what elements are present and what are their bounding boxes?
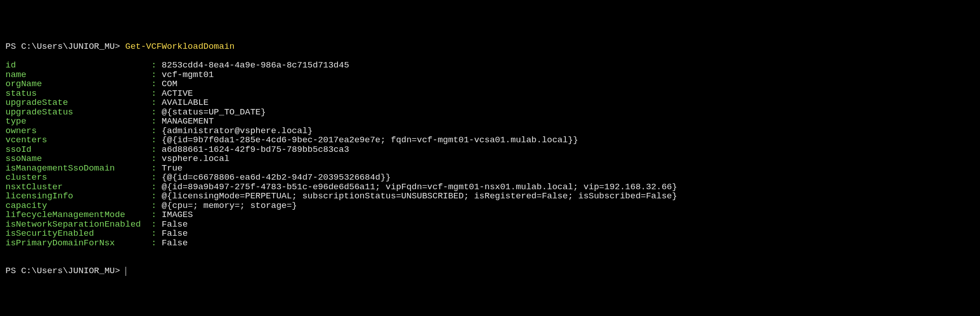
property-separator: : xyxy=(146,219,162,229)
property-separator: : xyxy=(146,79,162,89)
property-key: isPrimaryDomainForNsx xyxy=(5,238,146,248)
output-row: isPrimaryDomainForNsx : False xyxy=(5,238,975,248)
property-value: False xyxy=(162,228,188,238)
command-output: id : 8253cdd4-8ea4-4a9e-986a-8c715d713d4… xyxy=(5,61,975,248)
property-key: orgName xyxy=(5,79,146,89)
property-value: @{cpu=; memory=; storage=} xyxy=(162,201,297,211)
property-separator: : xyxy=(146,182,162,192)
property-separator: : xyxy=(146,172,162,182)
output-row: upgradeStatus : @{status=UP_TO_DATE} xyxy=(5,108,975,117)
property-value: AVAILABLE xyxy=(162,98,209,108)
property-value: False xyxy=(162,219,188,229)
output-row: id : 8253cdd4-8ea4-4a9e-986a-8c715d713d4… xyxy=(5,61,975,70)
property-key: id xyxy=(5,60,146,70)
property-separator: : xyxy=(146,135,162,145)
property-key: upgradeState xyxy=(5,98,146,108)
output-row: upgradeState : AVAILABLE xyxy=(5,98,975,108)
ps-prompt-2: PS C:\Users\JUNIOR_MU> xyxy=(5,266,125,276)
output-row: capacity : @{cpu=; memory=; storage=} xyxy=(5,201,975,211)
property-separator: : xyxy=(146,107,162,117)
property-key: upgradeStatus xyxy=(5,107,146,117)
output-row: owners : {administrator@vsphere.local} xyxy=(5,126,975,136)
property-key: ssoId xyxy=(5,145,146,155)
property-separator: : xyxy=(146,98,162,108)
property-value: vcf-mgmt01 xyxy=(162,70,214,80)
property-separator: : xyxy=(146,70,162,80)
output-row: ssoName : vsphere.local xyxy=(5,154,975,164)
output-row: clusters : {@{id=c6678806-ea6d-42b2-94d7… xyxy=(5,173,975,182)
property-separator: : xyxy=(146,154,162,164)
output-row: orgName : COM xyxy=(5,79,975,89)
property-key: vcenters xyxy=(5,135,146,145)
property-separator: : xyxy=(146,238,162,248)
property-value: ACTIVE xyxy=(162,88,193,98)
cursor xyxy=(126,267,126,276)
blank-line xyxy=(5,257,11,267)
property-separator: : xyxy=(146,191,162,201)
property-separator: : xyxy=(146,60,162,70)
property-key: isNetworkSeparationEnabled xyxy=(5,219,146,229)
property-separator: : xyxy=(146,116,162,126)
property-value: 8253cdd4-8ea4-4a9e-986a-8c715d713d45 xyxy=(162,60,349,70)
property-value: False xyxy=(162,238,188,248)
property-separator: : xyxy=(146,201,162,211)
property-value: IMAGES xyxy=(162,210,193,220)
output-row: status : ACTIVE xyxy=(5,89,975,98)
output-row: isSecurityEnabled : False xyxy=(5,229,975,238)
property-key: status xyxy=(5,88,146,98)
output-row: vcenters : {@{id=9b7f0da1-285e-4cd6-9bec… xyxy=(5,135,975,145)
property-key: clusters xyxy=(5,172,146,182)
property-separator: : xyxy=(146,126,162,136)
property-value: MANAGEMENT xyxy=(162,116,214,126)
output-row: name : vcf-mgmt01 xyxy=(5,70,975,80)
output-row: ssoId : a6d88661-1624-42f9-bd75-789bb5c8… xyxy=(5,145,975,155)
property-key: name xyxy=(5,70,146,80)
output-row: type : MANAGEMENT xyxy=(5,117,975,126)
property-key: lifecycleManagementMode xyxy=(5,210,146,220)
property-key: isSecurityEnabled xyxy=(5,228,146,238)
output-row: lifecycleManagementMode : IMAGES xyxy=(5,210,975,220)
property-key: isManagementSsoDomain xyxy=(5,163,146,173)
property-separator: : xyxy=(146,163,162,173)
output-row: isNetworkSeparationEnabled : False xyxy=(5,220,975,229)
property-separator: : xyxy=(146,145,162,155)
property-key: owners xyxy=(5,126,146,136)
output-row: isManagementSsoDomain : True xyxy=(5,164,975,173)
property-value: @{status=UP_TO_DATE} xyxy=(162,107,266,117)
property-separator: : xyxy=(146,228,162,238)
blank-line xyxy=(5,51,11,61)
property-key: capacity xyxy=(5,201,146,211)
property-value: {administrator@vsphere.local} xyxy=(162,126,313,136)
property-separator: : xyxy=(146,88,162,98)
property-key: nsxtCluster xyxy=(5,182,146,192)
property-value: COM xyxy=(162,79,177,89)
property-key: ssoName xyxy=(5,154,146,164)
terminal-window[interactable]: PS C:\Users\JUNIOR_MU> Get-VCFWorkloadDo… xyxy=(5,42,975,276)
property-value: True xyxy=(162,163,183,173)
property-value: vsphere.local xyxy=(162,154,229,164)
output-row: nsxtCluster : @{id=89a9b497-275f-4783-b5… xyxy=(5,182,975,192)
property-value: {@{id=c6678806-ea6d-42b2-94d7-2039532668… xyxy=(162,172,391,182)
property-value: {@{id=9b7f0da1-285e-4cd6-9bec-2017ea2e9e… xyxy=(162,135,578,145)
property-key: licensingInfo xyxy=(5,191,146,201)
output-row: licensingInfo : @{licensingMode=PERPETUA… xyxy=(5,192,975,201)
property-key: type xyxy=(5,116,146,126)
property-value: @{id=89a9b497-275f-4783-b51c-e96de6d56a1… xyxy=(162,182,677,192)
ps-command: Get-VCFWorkloadDomain xyxy=(125,41,234,52)
property-separator: : xyxy=(146,210,162,220)
property-value: @{licensingMode=PERPETUAL; subscriptionS… xyxy=(162,191,677,201)
property-value: a6d88661-1624-42f9-bd75-789bb5c83ca3 xyxy=(162,145,349,155)
ps-prompt-1: PS C:\Users\JUNIOR_MU> xyxy=(5,41,125,52)
